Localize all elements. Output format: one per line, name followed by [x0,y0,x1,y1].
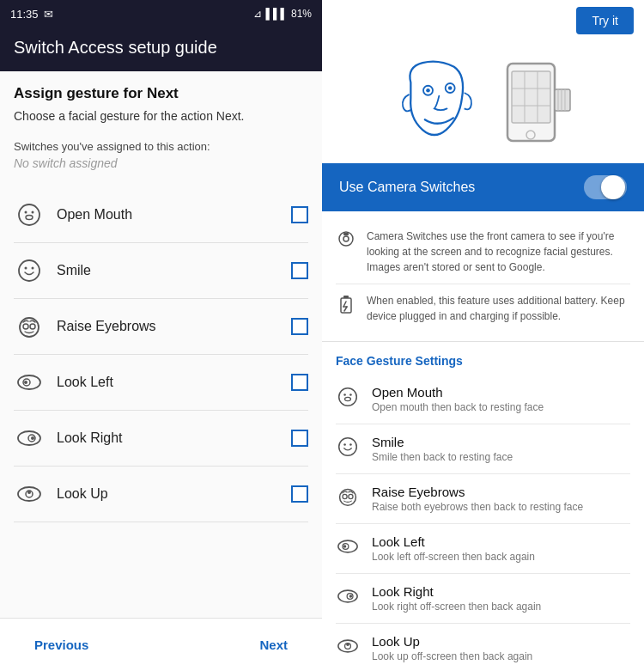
svg-point-51 [349,494,353,498]
right-gesture-desc-raise-eyebrows: Raise both eyebrows then back to resting… [372,501,583,513]
svg-point-10 [18,375,40,389]
right-raise-eyebrows-icon [336,486,360,511]
svg-point-60 [346,644,349,646]
right-gesture-desc-open-mouth: Open mouth then back to resting face [372,401,544,413]
right-gesture-open-mouth[interactable]: Open Mouth Open mouth then back to resti… [336,375,630,424]
svg-point-13 [18,431,40,445]
smile-icon [14,255,45,286]
app-header: Switch Access setup guide [0,27,322,71]
wifi-icon: ⊿ [253,8,262,20]
svg-point-57 [349,595,352,597]
left-panel: 11:35 ✉ ⊿ ▌▌▌ 81% Switch Access setup gu… [0,0,322,671]
svg-point-15 [31,436,34,440]
gesture-label-raise-eyebrows: Raise Eyebrows [57,319,291,334]
assign-title: Assign gesture for Next [14,85,308,102]
svg-point-3 [26,216,33,220]
info-section: Camera Switches use the front camera to … [322,211,644,342]
right-gesture-text-look-left: Look Left Look left off-screen then back… [372,534,535,563]
svg-point-52 [338,540,357,552]
right-gesture-text-raise-eyebrows: Raise Eyebrows Raise both eyebrows then … [372,485,583,513]
right-gesture-name-raise-eyebrows: Raise Eyebrows [372,485,583,499]
svg-point-43 [343,393,346,396]
checkbox-look-left[interactable] [291,374,308,391]
right-gesture-text-look-right: Look Right Look right off-screen then ba… [372,584,541,613]
bottom-nav: Previous Next [0,618,322,671]
right-gesture-name-open-mouth: Open Mouth [372,385,544,400]
checkbox-raise-eyebrows[interactable] [291,318,308,335]
svg-point-12 [24,381,27,384]
svg-point-9 [30,324,35,329]
open-mouth-icon [14,199,45,230]
status-time: 11:35 [10,8,39,21]
right-gesture-name-smile: Smile [372,435,513,449]
face-gesture-title: Face Gesture Settings [322,342,644,375]
checkbox-smile[interactable] [291,262,308,279]
svg-point-45 [345,397,351,400]
right-gesture-look-right[interactable]: Look Right Look right off-screen then ba… [336,574,630,624]
look-up-icon [14,479,45,509]
next-button[interactable]: Next [259,631,288,659]
face-drawing [395,55,489,149]
svg-point-47 [343,443,346,446]
right-gesture-text-look-up: Look Up Look up off-screen then back aga… [372,634,532,662]
right-gesture-desc-look-right: Look right off-screen then back again [372,601,541,613]
svg-point-35 [343,236,349,241]
gesture-item-open-mouth[interactable]: Open Mouth [14,187,308,243]
svg-point-46 [339,438,357,456]
battery-info-text: When enabled, this feature uses addition… [367,293,630,324]
right-gesture-smile[interactable]: Smile Smile then back to resting face [336,424,630,474]
right-look-up-icon [336,636,360,661]
svg-point-49 [340,489,356,505]
right-gesture-look-left[interactable]: Look Left Look left off-screen then back… [336,524,630,574]
camera-switch-bar[interactable]: Use Camera Switches [322,163,644,211]
gesture-item-look-left[interactable]: Look Left [14,355,308,411]
right-gesture-text-smile: Smile Smile then back to resting face [372,435,513,463]
face-illustration [322,41,644,163]
svg-point-55 [338,590,357,602]
gesture-item-smile[interactable]: Smile [14,243,308,299]
right-gesture-raise-eyebrows[interactable]: Raise Eyebrows Raise both eyebrows then … [336,474,630,524]
gesture-item-look-up[interactable]: Look Up [14,467,308,522]
battery-info-icon [336,295,356,318]
gesture-item-look-right[interactable]: Look Right [14,411,308,467]
svg-point-4 [19,260,39,281]
toggle-circle [601,175,625,199]
camera-info-text: Camera Switches use the front camera to … [367,229,630,275]
svg-rect-38 [343,296,349,298]
no-switch-text: No switch assigned [14,156,308,170]
svg-rect-24 [512,71,550,123]
right-gesture-text-open-mouth: Open Mouth Open mouth then back to resti… [372,385,544,413]
battery-label: 81% [291,8,312,20]
right-gesture-look-up[interactable]: Look Up Look up off-screen then back aga… [336,624,630,671]
svg-rect-37 [341,298,351,313]
svg-point-5 [25,267,27,270]
right-gesture-list: Open Mouth Open mouth then back to resti… [322,375,644,671]
svg-point-7 [20,318,39,337]
svg-rect-36 [343,233,349,235]
camera-switch-label: Use Camera Switches [339,180,475,195]
look-right-icon [14,423,45,454]
svg-rect-30 [555,89,570,111]
right-gesture-desc-look-up: Look up off-screen then back again [372,650,532,662]
svg-point-8 [23,324,28,329]
app-title: Switch Access setup guide [14,38,217,57]
assign-subtitle: Choose a facial gesture for the action N… [14,109,308,123]
right-gesture-name-look-right: Look Right [372,584,541,599]
gesture-label-look-left: Look Left [57,375,291,390]
try-it-bar: Try it [322,0,644,41]
message-icon: ✉ [44,8,53,21]
right-gesture-desc-look-left: Look left off-screen then back again [372,551,535,563]
switches-label: Switches you've assigned to this action: [14,140,308,153]
checkbox-look-right[interactable] [291,430,308,447]
svg-point-22 [447,86,452,90]
svg-point-20 [426,88,430,93]
checkbox-open-mouth[interactable] [291,206,308,223]
try-it-button[interactable]: Try it [576,7,634,34]
gesture-item-raise-eyebrows[interactable]: Raise Eyebrows [14,299,308,355]
camera-switch-toggle[interactable] [584,175,627,199]
previous-button[interactable]: Previous [34,631,88,659]
right-gesture-desc-smile: Smile then back to resting face [372,451,513,463]
checkbox-look-up[interactable] [291,485,308,503]
camera-info-icon [336,230,356,252]
right-open-mouth-icon [336,387,360,412]
